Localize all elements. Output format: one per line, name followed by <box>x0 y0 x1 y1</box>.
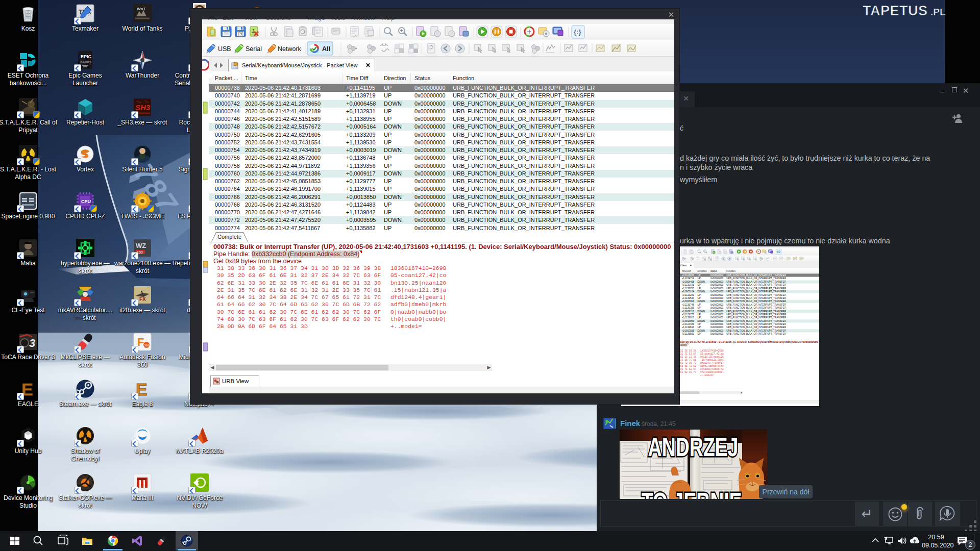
svg-text:All: All <box>322 45 330 53</box>
svg-text:SH3: SH3 <box>135 103 151 112</box>
svg-text:J: J <box>252 29 255 34</box>
svg-text:WZ: WZ <box>136 242 146 249</box>
svg-text:3: 3 <box>29 337 35 349</box>
svg-text:{:}: {:} <box>574 28 581 36</box>
svg-text:.PL: .PL <box>930 7 946 17</box>
svg-text:FX: FX <box>139 296 146 302</box>
svg-text:CPU: CPU <box>81 199 91 204</box>
svg-text:EPIC: EPIC <box>81 54 92 59</box>
svg-text:TO JEBNIE: TO JEBNIE <box>642 487 742 499</box>
svg-text:GAMES: GAMES <box>80 61 91 64</box>
svg-text:360: 360 <box>144 344 150 347</box>
svg-text:Serial: Serial <box>246 45 262 53</box>
svg-text:{:}: {:} <box>777 250 781 253</box>
svg-text:?: ? <box>240 32 242 37</box>
svg-text:F: F <box>137 336 144 348</box>
svg-text:ANDRZEJ: ANDRZEJ <box>648 432 739 462</box>
svg-text:WoT: WoT <box>137 7 145 11</box>
svg-text:USB: USB <box>218 45 231 53</box>
svg-text:Network: Network <box>278 45 302 53</box>
svg-text:TAPETUS: TAPETUS <box>863 3 928 18</box>
